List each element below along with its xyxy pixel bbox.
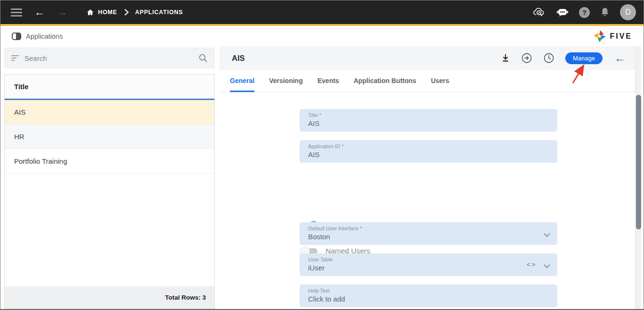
notifications-bell-icon[interactable]	[600, 7, 610, 17]
application-id-value: AIS	[308, 151, 557, 159]
help-text-value: Click to add	[308, 295, 557, 303]
breadcrumb-current[interactable]: APPLICATIONS	[135, 9, 183, 16]
collapse-panel-arrow-icon[interactable]: ←	[614, 52, 626, 64]
applications-panel-icon	[12, 33, 21, 40]
scrollbar-track[interactable]	[635, 46, 641, 310]
page-title: Applications	[26, 33, 63, 40]
application-id-field[interactable]: Application ID * AIS	[300, 140, 557, 163]
record-title: AIS	[232, 54, 501, 63]
detail-header: AIS Manage ←	[220, 46, 635, 70]
chevron-down-icon[interactable]	[543, 231, 551, 239]
chevron-down-icon[interactable]	[543, 262, 551, 270]
default-user-interface-field[interactable]: Default User Interface * Boston	[300, 222, 557, 245]
home-icon	[86, 8, 94, 16]
detail-tabs: General Versioning Events Application Bu…	[220, 70, 635, 92]
back-arrow-icon[interactable]: ←	[34, 7, 45, 17]
total-rows-label: Total Rows: 3	[5, 286, 214, 309]
breadcrumb-home-label: HOME	[98, 9, 117, 16]
breadcrumb: HOME APPLICATIONS	[86, 8, 183, 16]
column-header-title[interactable]: Title	[5, 75, 214, 100]
tab-application-buttons[interactable]: Application Buttons	[354, 70, 416, 92]
filter-icon[interactable]	[11, 54, 19, 62]
code-editor-icon[interactable]: <>	[527, 261, 537, 268]
run-application-icon[interactable]	[521, 52, 532, 64]
tab-users[interactable]: Users	[431, 70, 449, 92]
title-field[interactable]: Title * AIS	[300, 109, 557, 132]
manage-button[interactable]: Manage	[565, 52, 603, 64]
tab-versioning[interactable]: Versioning	[269, 70, 303, 92]
applications-list: Title AIS HR Portfolio Training Total Ro…	[4, 74, 215, 309]
breadcrumb-home[interactable]: HOME	[86, 8, 117, 16]
history-clock-icon[interactable]	[543, 52, 554, 64]
search-icon[interactable]	[198, 53, 208, 63]
user-table-field[interactable]: User Table iUser <>	[300, 253, 557, 276]
default-user-interface-label: Default User Interface *	[308, 226, 557, 231]
menu-icon[interactable]	[11, 7, 22, 18]
detail-panel: AIS Manage ← General Versioning Events A…	[220, 46, 635, 310]
page-subheader: Applications FIVE	[0, 26, 644, 46]
cloud-search-icon[interactable]	[533, 7, 546, 18]
help-icon[interactable]: ?	[579, 7, 590, 18]
help-text-label: Help Text	[308, 288, 557, 293]
default-user-interface-value: Boston	[308, 233, 557, 241]
user-avatar[interactable]: D	[620, 4, 636, 20]
help-text-field[interactable]: Help Text Click to add	[300, 285, 557, 307]
download-icon[interactable]	[501, 53, 510, 63]
brand-wordmark: FIVE	[610, 32, 632, 41]
breadcrumb-current-label: APPLICATIONS	[135, 9, 183, 16]
user-table-label: User Table	[308, 257, 557, 262]
title-field-value: AIS	[308, 119, 557, 127]
five-logo: FIVE	[594, 30, 632, 42]
user-table-value: iUser	[308, 264, 557, 272]
scrollbar-thumb[interactable]	[636, 95, 641, 229]
title-field-label: Title *	[308, 112, 557, 118]
five-pinwheel-icon	[594, 30, 606, 42]
tab-events[interactable]: Events	[318, 70, 339, 92]
forward-arrow-icon[interactable]: →	[57, 7, 67, 17]
chatbot-icon[interactable]	[556, 7, 569, 17]
chevron-right-icon	[124, 9, 129, 16]
list-item-hr[interactable]: HR	[5, 125, 214, 149]
list-item-ais[interactable]: AIS	[5, 100, 214, 125]
tab-general[interactable]: General	[230, 70, 254, 92]
search-input[interactable]	[24, 54, 193, 62]
search-bar	[4, 48, 215, 68]
application-id-label: Application ID *	[308, 143, 557, 149]
top-navigation-bar: ← → HOME APPLICATIONS	[0, 0, 644, 24]
app-window: ← → HOME APPLICATIONS	[0, 0, 644, 310]
list-item-portfolio-training[interactable]: Portfolio Training	[5, 149, 214, 174]
